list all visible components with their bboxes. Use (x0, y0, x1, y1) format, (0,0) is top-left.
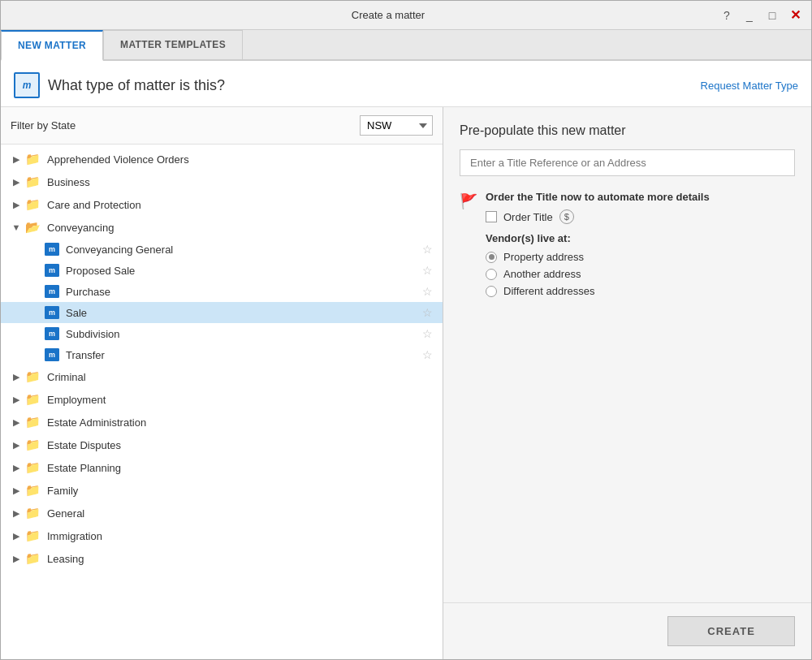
tree-item-conv-general[interactable]: m Conveyancing General ☆ (1, 239, 443, 260)
main-content: Filter by State NSW VIC QLD SA WA TAS AC… (1, 107, 811, 659)
help-button[interactable]: ? (719, 7, 735, 24)
tree-item-estate-planning[interactable]: ▶ 📁 Estate Planning (1, 456, 443, 479)
expand-icon: ▼ (11, 222, 22, 232)
tree-item-sale[interactable]: m Sale ☆ (1, 302, 443, 323)
order-section: 🚩 Order the Title now to automate more d… (460, 191, 795, 305)
radio-label-another: Another address (503, 268, 581, 280)
tab-new-matter[interactable]: NEW MATTER (1, 30, 103, 61)
favorite-icon[interactable]: ☆ (422, 327, 433, 340)
tree-item-general[interactable]: ▶ 📁 General (1, 502, 443, 524)
folder-icon: 📁 (25, 415, 41, 429)
tree-label: Criminal (47, 371, 86, 383)
window-controls: ? _ □ ✕ (719, 7, 803, 24)
matter-type-icon: m (45, 327, 59, 340)
tree-item-leasing[interactable]: ▶ 📁 Leasing (1, 547, 443, 570)
tree-item-estate-disputes[interactable]: ▶ 📁 Estate Disputes (1, 434, 443, 456)
create-button[interactable]: CREATE (667, 616, 795, 646)
order-title-checkbox[interactable] (486, 211, 497, 222)
tree-label: Conveyancing General (66, 244, 173, 256)
radio-row-property[interactable]: Property address (486, 251, 795, 263)
expand-icon: ▶ (11, 177, 22, 188)
favorite-icon[interactable]: ☆ (422, 348, 433, 361)
tree-label: Estate Planning (47, 462, 121, 474)
tree-label: Estate Disputes (47, 439, 121, 451)
folder-icon: 📁 (25, 369, 41, 384)
tab-matter-templates[interactable]: MATTER TEMPLATES (103, 30, 243, 59)
favorite-icon[interactable]: ☆ (422, 285, 433, 298)
favorite-icon[interactable]: ☆ (422, 306, 433, 319)
tree-item-estate-admin[interactable]: ▶ 📁 Estate Administration (1, 411, 443, 434)
expand-icon: ▶ (11, 508, 22, 519)
tree-item-proposed-sale[interactable]: m Proposed Sale ☆ (1, 260, 443, 281)
expand-icon: ▶ (11, 154, 22, 165)
tree-container: ▶ 📁 Apprehended Violence Orders ▶ 📁 Busi… (1, 145, 443, 659)
tree-item-immigration[interactable]: ▶ 📁 Immigration (1, 524, 443, 547)
tree-label: Purchase (66, 286, 110, 298)
folder-icon: 📁 (25, 506, 41, 520)
dollar-icon: $ (559, 209, 574, 224)
tree-item-purchase[interactable]: m Purchase ☆ (1, 281, 443, 302)
favorite-icon[interactable]: ☆ (422, 243, 433, 256)
tree-label: Business (47, 176, 90, 188)
folder-icon: 📁 (25, 438, 41, 452)
tree-item-family[interactable]: ▶ 📁 Family (1, 479, 443, 502)
tree-item-apo[interactable]: ▶ 📁 Apprehended Violence Orders (1, 148, 443, 170)
expand-icon: ▶ (11, 485, 22, 496)
folder-icon: 📁 (25, 175, 41, 189)
matter-type-icon: m (45, 285, 59, 298)
folder-icon: 📁 (25, 483, 41, 498)
window-title: Create a matter (58, 9, 719, 21)
right-panel: Pre-populate this new matter 🚩 Order the… (443, 107, 811, 659)
matter-type-icon: m (45, 264, 59, 277)
state-select[interactable]: NSW VIC QLD SA WA TAS ACT NT (360, 115, 433, 136)
pre-populate-title: Pre-populate this new matter (460, 123, 795, 138)
tree-label: Employment (47, 394, 106, 406)
order-checkbox-row: Order Title $ (486, 209, 795, 224)
tree-item-care[interactable]: ▶ 📁 Care and Protection (1, 193, 443, 216)
flag-icon: 🚩 (460, 192, 477, 210)
tabs-row: NEW MATTER MATTER TEMPLATES (1, 30, 811, 61)
request-matter-type-link[interactable]: Request Matter Type (701, 80, 798, 92)
radio-row-different[interactable]: Different addresses (486, 285, 795, 297)
matter-header: m What type of matter is this? Request M… (1, 61, 811, 107)
expand-icon: ▶ (11, 554, 22, 564)
tree-item-subdivision[interactable]: m Subdivision ☆ (1, 323, 443, 344)
expand-icon: ▶ (11, 372, 22, 382)
vendors-label: Vendor(s) live at: (486, 232, 795, 244)
tree-label: Sale (66, 307, 87, 319)
expand-icon: ▶ (11, 200, 22, 210)
expand-icon: ▶ (11, 463, 22, 473)
tree-item-employment[interactable]: ▶ 📁 Employment (1, 388, 443, 411)
tree-item-criminal[interactable]: ▶ 📁 Criminal (1, 365, 443, 388)
order-section-title: Order the Title now to automate more det… (486, 191, 795, 203)
expand-icon: ▶ (11, 417, 22, 428)
close-button[interactable]: ✕ (787, 7, 803, 24)
tree-label: Conveyancing (47, 222, 114, 234)
page-title: What type of matter is this? (48, 77, 225, 94)
tree-label: Family (47, 485, 78, 497)
tree-label: Transfer (66, 349, 105, 361)
bottom-bar: CREATE (443, 602, 811, 659)
tree-item-business[interactable]: ▶ 📁 Business (1, 170, 443, 193)
tree-label: Estate Administration (47, 416, 146, 429)
favorite-icon[interactable]: ☆ (422, 264, 433, 277)
maximize-button[interactable]: □ (764, 7, 780, 24)
radio-row-another[interactable]: Another address (486, 268, 795, 280)
left-panel: Filter by State NSW VIC QLD SA WA TAS AC… (1, 107, 443, 659)
order-content: Order the Title now to automate more det… (486, 191, 795, 297)
pre-populate-section: Pre-populate this new matter 🚩 Order the… (443, 107, 811, 318)
address-input[interactable] (460, 149, 795, 176)
radio-another-address[interactable] (486, 269, 497, 280)
folder-icon: 📁 (25, 152, 41, 166)
folder-icon: 📁 (25, 551, 41, 566)
radio-label-different: Different addresses (503, 285, 595, 297)
tree-item-conveyancing[interactable]: ▼ 📂 Conveyancing (1, 216, 443, 239)
folder-icon: 📁 (25, 460, 41, 475)
minimize-button[interactable]: _ (741, 7, 758, 24)
radio-different-addresses[interactable] (486, 286, 497, 297)
radio-property-address[interactable] (486, 252, 497, 263)
folder-icon: 📁 (25, 528, 41, 543)
tree-item-transfer[interactable]: m Transfer ☆ (1, 344, 443, 365)
order-title-label: Order Title (503, 211, 553, 223)
folder-icon: 📁 (25, 392, 41, 407)
